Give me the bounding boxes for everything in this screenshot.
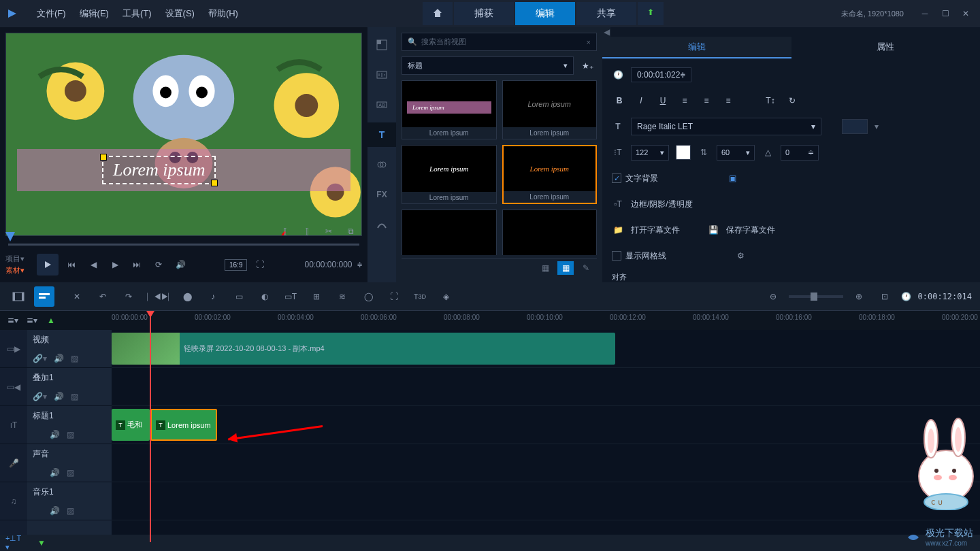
timeline-content[interactable]: 轻映录屏 2022-10-20 08-00-13 - 副本.mp4 T毛和 TL…: [112, 330, 980, 535]
track-row-video[interactable]: 轻映录屏 2022-10-20 08-00-13 - 副本.mp4: [112, 330, 980, 368]
lib-edit-icon[interactable]: ✎: [578, 261, 594, 275]
track-header-overlay[interactable]: 叠加1 🔗▾🔊▨: [27, 368, 112, 406]
link-icon[interactable]: 🔗▾: [33, 392, 47, 401]
lib-thumb-3[interactable]: Lorem ipsum Lorem ipsum: [502, 145, 598, 204]
zoom-in-button[interactable]: ⊕: [849, 286, 869, 307]
tl-tool-grid[interactable]: ⊞: [306, 286, 327, 307]
lib-thumb-5[interactable]: Lorem | ipsum: [502, 210, 598, 255]
mute-icon[interactable]: 🔊: [54, 354, 64, 363]
next-frame-button[interactable]: ▶: [106, 256, 124, 273]
title-overlay[interactable]: Lorem ipsum: [17, 149, 351, 191]
tl-tool-redo[interactable]: ↷: [118, 286, 139, 307]
track-icon-voice[interactable]: 🎤: [0, 444, 27, 482]
mark-in-icon[interactable]: ⟦: [276, 222, 294, 240]
title-text-box[interactable]: Lorem ipsum: [102, 156, 216, 184]
rotation-input[interactable]: 0≑: [781, 145, 819, 161]
tl-tool-mixer[interactable]: ✕: [67, 286, 87, 307]
tl-tool-track[interactable]: ◐: [255, 286, 275, 307]
clip-title-1[interactable]: T毛和: [112, 409, 150, 441]
track-icon-title[interactable]: ıT: [0, 406, 27, 444]
tl-tool-audio[interactable]: ♪: [203, 286, 223, 307]
minimize-button[interactable]: ─: [916, 5, 934, 22]
mute-icon[interactable]: 🔊: [50, 506, 60, 516]
mute-icon[interactable]: 🔊: [50, 430, 60, 439]
timeline-ruler[interactable]: 00:00:00:0000:00:02:0000:00:04:0000:00:0…: [112, 311, 980, 330]
lib-tab-transition[interactable]: AB: [368, 93, 396, 117]
lib-thumb-4[interactable]: Lorem ipsum: [402, 210, 497, 255]
track-header-music[interactable]: 音乐1 🔗🔊▨: [27, 482, 112, 520]
zoom-out-button[interactable]: ⊖: [763, 286, 783, 307]
tab-edit[interactable]: 编辑: [515, 2, 575, 25]
panel-collapse-left[interactable]: ◀: [602, 27, 610, 37]
add-track-button[interactable]: +⊥T ▾: [5, 533, 26, 551]
duration-input[interactable]: 0:00:01:022≑: [631, 67, 691, 82]
loop-button[interactable]: ⟳: [150, 256, 167, 273]
track-row-overlay[interactable]: [112, 368, 980, 406]
lib-thumb-1[interactable]: Lorem ipsum Lorem ipsum: [502, 80, 598, 139]
lock-icon[interactable]: ▨: [67, 506, 74, 516]
snapshot-icon[interactable]: ⧉: [342, 222, 359, 240]
tl-timeline-mode[interactable]: [34, 286, 54, 307]
prev-frame-button[interactable]: ◀: [84, 256, 102, 273]
track-row-title[interactable]: T毛和 TLorem ipsum: [112, 406, 980, 444]
go-end-button[interactable]: ⏭: [128, 256, 146, 273]
library-favorite-button[interactable]: ★₊: [578, 56, 597, 75]
underline-button[interactable]: U: [655, 93, 670, 108]
lib-tab-media[interactable]: [368, 33, 396, 57]
show-grid-checkbox[interactable]: 显示网格线: [612, 250, 666, 262]
mute-icon[interactable]: 🔊: [54, 392, 64, 401]
track-icon-overlay[interactable]: ▭◀: [0, 368, 27, 406]
cut-icon[interactable]: ✂: [320, 222, 338, 240]
volume-button[interactable]: 🔊: [172, 256, 189, 273]
tl-tool-marker[interactable]: ⎸◀▶⎸: [151, 286, 172, 307]
vertical-text-button[interactable]: T↕: [763, 93, 778, 108]
tab-share[interactable]: 共享: [576, 2, 636, 25]
track-header-video[interactable]: 视频 🔗▾🔊▨: [27, 330, 112, 368]
zoom-slider[interactable]: [789, 295, 843, 298]
link-icon[interactable]: 🔗▾: [33, 354, 47, 363]
lib-tab-fx[interactable]: FX: [368, 182, 396, 207]
open-subtitle-button[interactable]: 打开字幕文件: [631, 224, 680, 236]
export-button[interactable]: ⬆: [638, 2, 664, 25]
track-icon-music[interactable]: ♫: [0, 482, 27, 520]
tl-tool-motion[interactable]: ◯: [358, 286, 378, 307]
tl-tool-pan[interactable]: ≋: [332, 286, 353, 307]
close-button[interactable]: ✕: [957, 5, 975, 22]
tl-tool-3d[interactable]: T3D: [410, 286, 430, 307]
props-tab-attrs[interactable]: 属性: [791, 37, 981, 59]
lib-tab-path[interactable]: [368, 212, 396, 237]
fullscreen-icon[interactable]: ⛶: [251, 256, 269, 273]
font-size-input[interactable]: 122▾: [631, 145, 669, 161]
lock-icon[interactable]: ▨: [67, 468, 74, 478]
tl-scroll-down[interactable]: ▼: [31, 533, 52, 551]
italic-button[interactable]: I: [634, 93, 649, 108]
align-left-button[interactable]: ≡: [677, 93, 692, 108]
aspect-ratio[interactable]: 16:9: [225, 259, 247, 271]
track-row-voice[interactable]: [112, 444, 980, 482]
track-header-voice[interactable]: 声音 🔗🔊▨: [27, 444, 112, 482]
tl-tool-record[interactable]: ⬤: [177, 286, 197, 307]
menu-settings[interactable]: 设置(S): [159, 2, 201, 25]
lock-icon[interactable]: ▨: [71, 354, 78, 363]
lib-view-grid[interactable]: ▦: [557, 261, 574, 275]
scrub-marker[interactable]: [5, 232, 15, 241]
lib-thumb-2[interactable]: Lorem ipsum Lorem ipsum: [402, 145, 497, 204]
align-right-button[interactable]: ≡: [721, 93, 736, 108]
mute-icon[interactable]: 🔊: [50, 468, 60, 478]
tl-tool-crop[interactable]: ⛶: [384, 286, 404, 307]
library-category-dropdown[interactable]: 标题 ▾: [402, 56, 574, 75]
font-color2[interactable]: [842, 119, 868, 134]
library-search-input[interactable]: 🔍 搜索当前视图 ×: [402, 33, 597, 51]
go-start-button[interactable]: ⏮: [63, 256, 80, 273]
lib-tab-sound[interactable]: [368, 63, 396, 87]
clip-title-2[interactable]: TLorem ipsum: [150, 409, 217, 441]
tl-tool-auto[interactable]: ▭: [229, 286, 249, 307]
tl-options-2[interactable]: ≣▾: [24, 314, 39, 327]
bold-button[interactable]: B: [612, 93, 627, 108]
props-tab-edit[interactable]: 编辑: [602, 37, 791, 59]
clip-video-1[interactable]: 轻映录屏 2022-10-20 08-00-13 - 副本.mp4: [112, 333, 615, 365]
track-icon-video[interactable]: ▭▶: [0, 330, 27, 368]
clip-mode-label[interactable]: 素材▾: [5, 265, 33, 276]
zoom-fit-button[interactable]: ⊡: [875, 286, 895, 307]
menu-help[interactable]: 帮助(H): [201, 2, 245, 25]
